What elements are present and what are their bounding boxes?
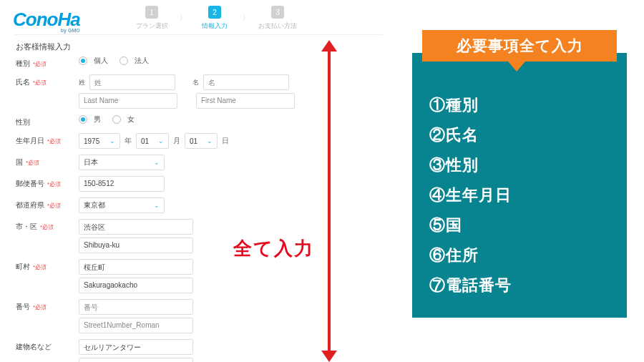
banner: 必要事項全て入力	[422, 30, 617, 62]
chevron-down-icon: ⌄	[154, 159, 160, 166]
lastname-jp-input[interactable]: 姓	[89, 74, 175, 90]
required-badge: *必須	[33, 263, 47, 271]
checklist-item: ①種別	[429, 94, 610, 116]
row-country: 国 *必須 日本⌄	[16, 155, 316, 170]
country-select[interactable]: 日本⌄	[79, 155, 165, 170]
row-dob: 生年月日 *必須 1975⌄ 年 01⌄ 月 01⌄ 日	[16, 133, 316, 149]
radio-corporate[interactable]	[119, 57, 128, 65]
form-panel: ConoHa by GMO 1 プラン選択 〉 2 情報入力 〉 3 お支払い方…	[0, 0, 390, 362]
divider	[14, 34, 383, 35]
mei-heading: 名	[192, 78, 199, 87]
step-payment[interactable]: 3 お支払い方法	[255, 6, 301, 31]
firstname-en-input[interactable]: First Name	[196, 93, 295, 109]
firstname-jp-input[interactable]: 名	[203, 74, 289, 90]
step-label: 情報入力	[192, 21, 238, 31]
step-num: 3	[271, 6, 284, 19]
field-label: 都道府県 *必須	[16, 197, 79, 210]
banner-tail-icon	[508, 62, 525, 72]
checklist-item: ⑥住所	[429, 245, 610, 266]
required-badge: *必須	[47, 137, 61, 145]
radio-label[interactable]: 女	[127, 114, 135, 124]
stepper: 1 プラン選択 〉 2 情報入力 〉 3 お支払い方法	[129, 6, 301, 31]
field-label: 氏名 *必須	[16, 74, 79, 87]
row-street: 番号 *必須 番号 Street1Number_Roman	[16, 299, 316, 333]
unit-day: 日	[222, 136, 229, 146]
field-label: 郵便番号 *必須	[16, 176, 79, 189]
street-jp-input[interactable]: 番号	[79, 299, 193, 315]
checklist-item: ②氏名	[429, 124, 610, 146]
radio-individual[interactable]	[79, 57, 87, 65]
required-badge: *必須	[33, 303, 47, 311]
checklist-item: ⑦電話番号	[429, 275, 610, 296]
chevron-down-icon: ⌄	[207, 137, 213, 145]
checklist: ①種別 ②氏名 ③性別 ④生年月日 ⑤国 ⑥住所 ⑦電話番号	[429, 94, 610, 296]
radio-label[interactable]: 法人	[135, 56, 149, 66]
field-label: 国 *必須	[16, 155, 79, 167]
field-label: 生年月日 *必須	[16, 133, 79, 146]
unit-month: 月	[173, 136, 180, 146]
radio-label[interactable]: 個人	[94, 56, 108, 66]
required-badge: *必須	[33, 60, 47, 68]
required-badge: *必須	[33, 79, 47, 87]
checklist-item: ⑤国	[429, 215, 610, 236]
required-badge: *必須	[47, 202, 61, 210]
form-rows: 種別 *必須 個人 法人 氏名 *必須 姓 姓 名 名	[16, 56, 316, 362]
row-postal: 郵便番号 *必須 150-8512	[16, 176, 316, 192]
step-info[interactable]: 2 情報入力	[192, 6, 238, 31]
field-label: 市・区 *必須	[16, 219, 79, 232]
field-label: 性別	[16, 114, 79, 127]
brand-logo: ConoHa by GMO	[13, 9, 80, 33]
info-panel: ①種別 ②氏名 ③性別 ④生年月日 ⑤国 ⑥住所 ⑦電話番号	[412, 53, 627, 318]
radio-label[interactable]: 男	[94, 114, 101, 124]
dob-year-select[interactable]: 1975⌄	[79, 133, 120, 149]
city-en-input[interactable]: Shibuya-ku	[79, 238, 193, 253]
unit-year: 年	[125, 136, 132, 146]
step-num: 2	[208, 6, 221, 19]
row-town: 町村 *必須 桜丘町 Sakuragaokacho	[16, 259, 316, 293]
section-title: お客様情報入力	[16, 41, 71, 52]
arrow-caption: 全て入力	[233, 236, 314, 261]
required-badge: *必須	[47, 180, 61, 188]
town-en-input[interactable]: Sakuragaokacho	[79, 278, 193, 293]
step-plan[interactable]: 1 プラン選択	[129, 6, 175, 31]
dob-month-select[interactable]: 01⌄	[136, 133, 169, 149]
step-label: プラン選択	[129, 21, 175, 31]
field-label: 種別 *必須	[16, 56, 79, 69]
building-en-input[interactable]: Cerulean Tower. 11F	[79, 358, 193, 362]
prefecture-select[interactable]: 東京都⌄	[79, 197, 165, 213]
required-badge: *必須	[26, 159, 39, 167]
field-label: 番号 *必須	[16, 299, 79, 312]
city-jp-input[interactable]: 渋谷区	[79, 219, 193, 235]
postal-input[interactable]: 150-8512	[79, 176, 165, 192]
arrow-line	[328, 50, 331, 355]
chevron-right-icon: 〉	[242, 12, 250, 24]
step-label: お支払い方法	[255, 21, 301, 31]
checklist-item: ④生年月日	[429, 185, 610, 206]
brand-name: ConoHa	[13, 9, 80, 30]
checklist-item: ③性別	[429, 155, 610, 176]
chevron-right-icon: 〉	[179, 12, 187, 24]
sei-heading: 姓	[79, 78, 85, 87]
street-en-input[interactable]: Street1Number_Roman	[79, 318, 193, 333]
building-jp-input[interactable]: セルリアンタワー	[79, 339, 193, 355]
arrow-down-icon	[321, 351, 337, 362]
row-building: 建物名など セルリアンタワー Cerulean Tower. 11F	[16, 339, 316, 362]
field-label: 建物名など	[16, 339, 79, 352]
row-prefecture: 都道府県 *必須 東京都⌄	[16, 197, 316, 213]
row-name: 氏名 *必須 姓 姓 名 名 Last Name First Name	[16, 74, 316, 109]
field-label: 町村 *必須	[16, 259, 79, 272]
row-gender: 性別 男 女	[16, 114, 316, 127]
dob-day-select[interactable]: 01⌄	[185, 133, 218, 149]
row-type: 種別 *必須 個人 法人	[16, 56, 316, 69]
radio-female[interactable]	[112, 115, 121, 124]
step-num: 1	[145, 6, 158, 19]
chevron-down-icon: ⌄	[154, 202, 160, 209]
chevron-down-icon: ⌄	[158, 137, 164, 145]
town-jp-input[interactable]: 桜丘町	[79, 259, 193, 275]
lastname-en-input[interactable]: Last Name	[79, 93, 177, 109]
chevron-down-icon: ⌄	[109, 137, 115, 145]
radio-male[interactable]	[79, 115, 87, 124]
required-badge: *必須	[40, 223, 54, 231]
